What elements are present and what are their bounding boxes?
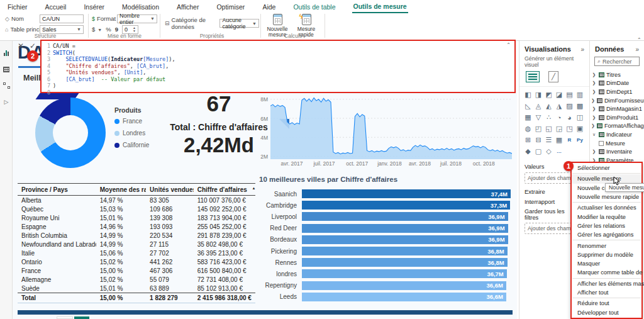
- stacked-column-chart-icon[interactable]: ◩: [544, 90, 553, 99]
- menu-item-gérer-les-relations[interactable]: Gérer les relations: [572, 221, 641, 230]
- table-row[interactable]: France15,00 %467 306616 500 840,00 €: [18, 266, 255, 275]
- format-visual-tab[interactable]: ╱: [548, 71, 558, 82]
- bar-row-bordeaux[interactable]: Bordeaux36,9M: [257, 234, 511, 245]
- table-row[interactable]: Royaume Uni15,01 %139 308183 713 904,00 …: [18, 213, 255, 222]
- bar[interactable]: 36,6M: [302, 281, 506, 290]
- treemap-icon[interactable]: ◫: [575, 113, 585, 122]
- chevron-collapsed-icon[interactable]: ❯: [591, 106, 597, 111]
- table-row[interactable]: Ontario15,02 %441 262583 716 423,00 €: [18, 257, 255, 266]
- ribbon-tab-afficher[interactable]: Afficher: [175, 1, 200, 13]
- r-script-icon[interactable]: R: [565, 135, 574, 145]
- key-influencers-icon[interactable]: ◆: [523, 147, 533, 156]
- table-row[interactable]: Québec15,03 %109 686145 092 252,00 €: [18, 204, 255, 213]
- qa-visual-icon[interactable]: ◇: [544, 147, 553, 156]
- pct-stacked-bar-chart-icon[interactable]: ▤: [565, 90, 574, 99]
- area-chart-icon[interactable]: ◬: [534, 101, 543, 111]
- kpi-icon[interactable]: ⊟: [534, 135, 543, 145]
- bar-row-londres[interactable]: londres36,7M: [257, 268, 511, 279]
- menu-item-marquer-comme-table-de-dates[interactable]: Marquer comme table de dates: [572, 268, 641, 277]
- table-visual[interactable]: Province / PaysMoyenne des rabaisUnités …: [18, 183, 255, 303]
- menu-item-afficher-les-éléments-masqués[interactable]: Afficher les éléments masqués: [572, 279, 641, 288]
- funnel-chart-icon[interactable]: ▽: [534, 113, 543, 122]
- slicer-icon[interactable]: ☰: [544, 135, 553, 145]
- table-row[interactable]: Newfoundland and Labrador14,99 %27 11535…: [18, 240, 255, 249]
- data-category-dropdown[interactable]: Aucune catégorie▼: [219, 19, 259, 28]
- line-clustered-column-chart-icon[interactable]: ◮: [555, 101, 564, 111]
- field-tree-item-dimproduit1[interactable]: ❯DimProduit1: [591, 113, 643, 122]
- bar-row-leeds[interactable]: Leeds36,6M: [257, 291, 511, 303]
- table-row[interactable]: Espagne14,96 %193 093255 045 252,00 €: [18, 222, 255, 231]
- bar-chart[interactable]: 10 meilleures villes par Chiffre d'affai…: [257, 176, 511, 303]
- chevron-collapsed-icon[interactable]: ❯: [591, 115, 597, 120]
- table-row[interactable]: Italie15,06 %27 70236 395 213,00 €: [18, 249, 255, 257]
- commit-formula-button[interactable]: ✓: [30, 42, 36, 50]
- field-tree-item-dimdept1[interactable]: ❯DimDept1: [591, 87, 643, 96]
- format-dropdown[interactable]: Nombre entier▼: [117, 14, 157, 23]
- bar-row-repentigny[interactable]: Repentigny36,6M: [257, 280, 511, 291]
- bar[interactable]: 36,9M: [302, 224, 508, 233]
- donut-chart-icon[interactable]: ◕: [565, 113, 574, 122]
- ribbon-chart-icon[interactable]: ▩: [575, 101, 585, 111]
- new-measure-button[interactable]: Nouvelle mesure: [264, 14, 291, 33]
- bar-row-saanich[interactable]: Saanich37,4M: [257, 188, 511, 199]
- bar[interactable]: 37,3M: [302, 201, 510, 210]
- table-header-row[interactable]: Province / PaysMoyenne des rabaisUnités …: [18, 183, 255, 196]
- chevron-collapsed-icon[interactable]: ❯: [591, 149, 597, 154]
- dax-formula-bar[interactable]: 12345678 CA/UN =SWITCH( SELECTEDVALUE(In…: [40, 40, 516, 93]
- pct-stacked-column-chart-icon[interactable]: ▥: [575, 90, 585, 99]
- ribbon-tab-fichier[interactable]: Fichier: [6, 1, 29, 13]
- menu-item-nouvelle-mesure-rapide[interactable]: Nouvelle mesure rapide: [572, 193, 641, 201]
- collapse-pane-icon[interactable]: »: [580, 46, 584, 53]
- menu-item-nouvelle-mesure[interactable]: Nouvelle mesure: [572, 174, 641, 183]
- filled-map-icon[interactable]: ◰: [534, 124, 543, 133]
- clustered-column-chart-icon[interactable]: ◪: [555, 90, 564, 99]
- page-tab-stub[interactable]: [57, 316, 73, 319]
- stacked-bar-chart-icon[interactable]: ◧: [523, 90, 533, 99]
- bar[interactable]: 36,9M: [302, 212, 508, 221]
- card-icon[interactable]: ▣: [575, 124, 585, 133]
- bar-row-cambridge[interactable]: Cambridge37,3M: [257, 199, 511, 211]
- field-tree-item-dimfournisseur1[interactable]: ❯DimFournisseur1: [591, 96, 643, 105]
- scatter-chart-icon[interactable]: ∴: [544, 113, 553, 122]
- dax-query-view-button[interactable]: ▷: [0, 94, 13, 110]
- legend-item-londres[interactable]: Londres: [114, 130, 149, 137]
- menu-item-gérer-les-agrégations[interactable]: Gérer les agrégations: [572, 230, 641, 239]
- gauge-icon[interactable]: ◳: [565, 124, 574, 133]
- azure-map-icon[interactable]: ◲: [555, 124, 564, 133]
- discard-formula-button[interactable]: ✕: [18, 42, 24, 50]
- ribbon-tab-outils-de-mesure[interactable]: Outils de mesure: [352, 1, 408, 13]
- field-tree-item-mesure[interactable]: Mesure: [591, 139, 643, 148]
- field-tree-item-dimmagasin1[interactable]: ❯DimMagasin1: [591, 104, 643, 113]
- field-tree-item-titres[interactable]: ❯Titres: [591, 70, 643, 79]
- map-icon[interactable]: ◍: [523, 124, 533, 133]
- spinner-arrows-icon[interactable]: ▲▼: [133, 26, 136, 33]
- chevron-collapsed-icon[interactable]: ❯: [591, 81, 597, 86]
- chevron-collapsed-icon[interactable]: ❯: [591, 89, 597, 94]
- menu-item-masquer[interactable]: Masquer: [572, 259, 641, 268]
- clustered-bar-chart-icon[interactable]: ◨: [534, 90, 543, 99]
- build-visual-tab[interactable]: [526, 71, 540, 82]
- menu-item-renommer[interactable]: Renommer: [572, 241, 641, 250]
- chevron-collapsed-icon[interactable]: ❯: [591, 72, 597, 77]
- waterfall-chart-icon[interactable]: ▦: [523, 113, 533, 122]
- stacked-area-chart-icon[interactable]: ◭: [544, 101, 553, 111]
- scroll-up-icon[interactable]: ⌃: [637, 37, 641, 43]
- column-header[interactable]: Moyenne des rabais: [96, 186, 146, 193]
- percent-format-button[interactable]: %: [106, 26, 111, 33]
- bar[interactable]: 36,8M: [302, 247, 508, 255]
- table-view-button[interactable]: [0, 61, 13, 77]
- bar[interactable]: 36,6M: [302, 293, 506, 301]
- multirow-card-icon[interactable]: ⊞: [523, 135, 533, 145]
- menu-item-réduire-tout[interactable]: Réduire tout: [572, 299, 641, 308]
- field-checkbox[interactable]: [599, 141, 604, 146]
- area-chart[interactable]: 8M6M4M2M avr. 2017juil. 2017oct. 2017jan…: [255, 92, 514, 171]
- field-tree-item-formataffichage[interactable]: ❯FormatAffichage: [591, 122, 643, 131]
- bar[interactable]: 37,4M: [302, 189, 511, 198]
- ribbon-tab-outils-de-table[interactable]: Outils de table: [292, 1, 336, 13]
- dax-code-editor[interactable]: CA/UN =SWITCH( SELECTEDVALUE(Indicateur[…: [53, 41, 514, 92]
- menu-item-sélectionner[interactable]: Sélectionner: [572, 164, 641, 172]
- bar-row-liverpool[interactable]: Liverpool36,9M: [257, 211, 511, 222]
- menu-item-actualiser-les-données[interactable]: Actualiser les données: [572, 203, 641, 212]
- report-view-button[interactable]: [0, 45, 13, 61]
- line-chart-icon[interactable]: ◺: [523, 101, 533, 111]
